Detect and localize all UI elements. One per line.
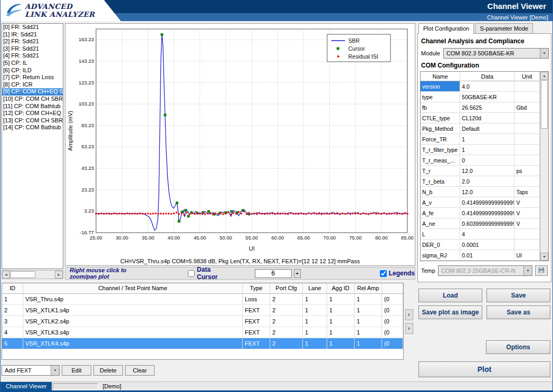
delete-button[interactable]: Delete	[93, 365, 123, 376]
table-cell: UI	[514, 250, 540, 260]
list-item[interactable]: [9] CP: COM CH+EQ SB	[2, 88, 63, 95]
scroll-down-button[interactable]: ▼	[540, 253, 548, 261]
table-cell: 0.60399999999999998	[460, 218, 514, 228]
table-cell: 1	[327, 338, 355, 349]
table-cell: 1	[355, 327, 382, 338]
plot-button[interactable]: Plot	[418, 361, 550, 377]
tab-plot-configuration[interactable]: Plot Configuration	[418, 23, 474, 34]
footer-tab-channel-viewer[interactable]: Channel Viewer	[1, 382, 52, 391]
table-cell: 1	[327, 327, 355, 338]
list-item[interactable]: [10] CP: COM CH SBR	[2, 95, 63, 103]
table-cell: 1	[327, 294, 355, 304]
plot-status-text: CH=VSR_Thru.s4p COM=5.9838 dB, Pkg Len(T…	[65, 257, 415, 266]
plot-toolbar: Right mouse click to zoom/pan plot Data …	[65, 267, 415, 280]
com-table-row[interactable]: T_r_meas_...0	[421, 155, 540, 166]
cursor-count-input[interactable]	[255, 269, 292, 278]
channel-list[interactable]: [0] FR: Sdd21[1] IR: Sdd21[2] FR: Sdd21[…	[2, 23, 63, 269]
scroll-up-button[interactable]: ∧	[405, 309, 413, 320]
scroll-down-button[interactable]: ∨	[405, 323, 413, 334]
table-row[interactable]: 2VSR_XTLK1.s4pFEXT2111(0	[2, 305, 403, 316]
table-row[interactable]: 3VSR_XTLK2.s4pFEXT2111(0	[2, 316, 403, 327]
temp-dropdown[interactable]: COM 802.3 25GBASE-CR-N ▼	[438, 265, 532, 276]
cursor-add-button[interactable]: +	[294, 269, 301, 278]
table-cell	[514, 240, 540, 250]
com-table-row[interactable]: Force_TR1	[421, 134, 540, 145]
svg-text:70.00: 70.00	[323, 235, 336, 241]
table-cell: T_r	[421, 166, 460, 176]
table-vscrollbar[interactable]: ∧ ∨	[405, 283, 413, 360]
com-config-table[interactable]: NameDataUnitversion4.0type50GBASE-KRfb26…	[421, 72, 540, 261]
list-item[interactable]: [5] CP: IL	[2, 60, 63, 67]
table-cell: 0.41499999999999998	[460, 208, 514, 218]
load-button[interactable]: Load	[418, 289, 482, 302]
table-cell: 4	[460, 229, 514, 239]
list-item[interactable]: [12] CP: COM CH+EQ S	[2, 110, 63, 117]
com-table-row[interactable]: T_r_beta2.0	[421, 176, 540, 187]
table-header-row: IDChannel / Test Point NameTypePort CfgL…	[2, 283, 403, 294]
com-table-row[interactable]: L4	[421, 229, 540, 240]
list-item[interactable]: [13] CP: COM CH SBR	[2, 117, 63, 125]
com-table-row[interactable]: fb26.5625Gbd	[421, 102, 540, 113]
table-cell: (0	[382, 316, 403, 327]
com-table-row[interactable]: DER_00.0001	[421, 240, 540, 250]
com-table-row[interactable]: N_b12.0Taps	[421, 187, 540, 197]
scroll-track[interactable]	[35, 271, 55, 279]
scroll-right-button[interactable]: ►	[55, 271, 63, 279]
list-item[interactable]: [7] CP: Return Loss	[2, 74, 63, 81]
tab-s-parameter-mode[interactable]: S-parameter Mode	[475, 23, 533, 34]
edit-button[interactable]: Edit	[62, 365, 91, 376]
save-config-button[interactable]	[535, 265, 548, 276]
scroll-track[interactable]	[540, 129, 548, 253]
com-table-row[interactable]: A_ne0.60399999999999998V	[421, 218, 540, 229]
com-table-row[interactable]: version4.0	[421, 81, 540, 92]
com-table-row[interactable]: A_fe0.41499999999999998V	[421, 208, 540, 218]
clear-button[interactable]: Clear	[125, 365, 155, 376]
svg-text:63.23: 63.23	[81, 144, 94, 149]
table-row[interactable]: 5VSR_XTLK4.s4pFEXT2111(0	[2, 338, 403, 349]
chevron-down-icon: ▼	[540, 49, 548, 58]
data-cursor-label: Data Cursor	[197, 266, 222, 281]
right-panel-tabs: Plot Configuration S-parameter Mode	[418, 23, 551, 34]
table-row[interactable]: 1VSR_Thru.s4pLoss2111(0	[2, 294, 403, 305]
table-cell: A_fe	[421, 208, 460, 218]
list-item[interactable]: [11] CP: COM Bathtub	[2, 103, 63, 110]
list-item[interactable]: [2] FR: Sdd21	[2, 38, 63, 45]
sbr-chart[interactable]: 25.0030.0035.0040.0045.0050.0055.0060.00…	[65, 24, 415, 255]
table-row[interactable]: 4VSR_XTLK3.s4pFEXT2111(0	[2, 327, 403, 338]
scroll-left-button[interactable]: ◄	[2, 271, 10, 279]
com-table-row[interactable]: T_r_filter_type1	[421, 145, 540, 155]
scroll-up-button[interactable]: ▲	[540, 72, 548, 80]
list-item[interactable]: [14] CP: COM Bathtub	[2, 124, 63, 131]
com-table-row[interactable]: Pkg_MethodDefault	[421, 123, 540, 134]
list-item[interactable]: [3] FR: Sdd21	[2, 45, 63, 53]
table-cell: Port Cfg	[270, 283, 303, 293]
save-as-button[interactable]: Save as	[487, 305, 550, 319]
com-table-row[interactable]: CTLE_typeCL120d	[421, 113, 540, 123]
list-item[interactable]: [1] IR: Sdd21	[2, 31, 63, 39]
zoom-hint-text: Right mouse click to zoom/pan plot	[70, 267, 137, 280]
legends-checkbox[interactable]	[380, 270, 387, 277]
com-table-vscrollbar[interactable]: ▲ ▼	[540, 72, 548, 261]
list-item[interactable]: [4] FR: Sdd21	[2, 52, 63, 60]
scroll-thumb[interactable]	[10, 271, 35, 278]
com-table-row[interactable]: sigma_RJ0.01UI	[421, 250, 540, 261]
save-button[interactable]: Save	[487, 289, 550, 302]
list-item[interactable]: [8] CP: ICR	[2, 81, 63, 89]
com-table-row[interactable]: T_r12.0ps	[421, 166, 540, 176]
com-table-row[interactable]: A_v0.41499999999999998V	[421, 197, 540, 208]
com-table-row[interactable]: type50GBASE-KR	[421, 92, 540, 102]
app-header: Channel Viewer [Demo] Channel Viewer ADV…	[1, 0, 552, 21]
footer-inset	[53, 383, 98, 390]
module-dropdown[interactable]: COM 802.3 50GBASE-KR ▼	[443, 48, 549, 59]
sidebar-hscrollbar[interactable]: ◄ ►	[2, 270, 63, 279]
list-item[interactable]: [0] FR: Sdd21	[2, 24, 63, 31]
table-cell: 0	[460, 155, 514, 165]
channel-table[interactable]: IDChannel / Test Point NameTypePort CfgL…	[2, 283, 404, 360]
scroll-thumb[interactable]	[541, 80, 548, 129]
options-button[interactable]: Options	[486, 340, 550, 354]
save-plot-as-image-button[interactable]: Save plot as image	[418, 305, 482, 319]
add-fext-dropdown[interactable]: Add FEXT ▼	[2, 365, 60, 376]
list-item[interactable]: [6] CP: ILD	[2, 67, 63, 74]
right-panel: Plot Configuration S-parameter Mode Chan…	[417, 23, 551, 381]
data-cursor-checkbox[interactable]	[188, 270, 195, 277]
